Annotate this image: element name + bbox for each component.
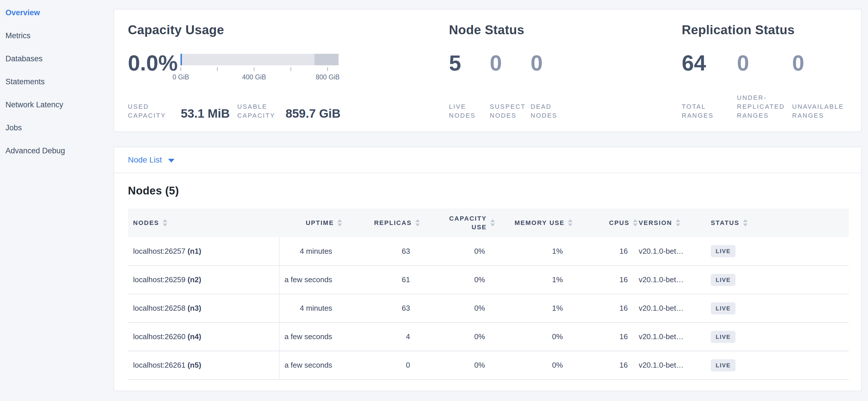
node-address[interactable]: localhost:26258 [133,304,185,312]
axis-label-0gib: 0 GiB [173,74,189,81]
status-badge: LIVE [711,302,736,314]
column-header-memory-use[interactable]: MEMORY USE [495,208,573,237]
sidebar-item-databases[interactable]: Databases [0,47,114,70]
column-header-version[interactable]: VERSION [638,208,710,237]
replicas-cell: 4 [342,322,420,351]
chevron-down-icon [168,159,175,163]
node-address[interactable]: localhost:26260 [133,332,185,341]
sort-icon [337,219,342,226]
table-row-n2[interactable]: localhost:26259 (n2) a few seconds 61 0%… [128,265,849,294]
table-row-n3[interactable]: localhost:26258 (n3) 4 minutes 63 0% 1% … [128,294,849,322]
usable-capacity-value: 859.7 GiB [285,107,340,120]
capacity-use-cell: 0% [420,351,495,379]
capacity-bar-reserved-segment [314,54,339,65]
nodes-table: NODES UPTIME REPLICAS CAPACITY USE MEMOR… [128,208,849,380]
status-badge: LIVE [711,245,736,257]
table-row-n4[interactable]: localhost:26260 (n4) a few seconds 4 0% … [128,322,849,351]
node-address[interactable]: localhost:26257 [133,247,185,255]
memory-use-cell: 1% [495,294,573,322]
capacity-usage-title: Capacity Usage [128,23,449,37]
uptime-cell: 4 minutes [279,294,342,322]
node-list-dropdown-label: Node List [128,155,162,165]
total-ranges-label: TOTAL RANGES [682,102,737,120]
sort-icon [743,219,748,226]
main-content: Capacity Usage 0.0% 0 GiB 40 [114,9,862,391]
axis-tick [217,67,218,71]
table-row-n1[interactable]: localhost:26257 (n1) 4 minutes 63 0% 1% … [128,237,849,265]
sidebar-item-jobs[interactable]: Jobs [0,116,114,139]
version-cell: v20.1.0-bet… [638,265,710,294]
under-replicated-ranges-count: 0 [737,52,792,75]
column-header-capacity-use[interactable]: CAPACITY USE [420,208,495,237]
capacity-use-cell: 0% [420,265,495,294]
sort-icon [568,219,572,226]
axis-tick [328,67,328,71]
replicas-cell: 63 [342,237,420,265]
used-capacity-marker [181,54,182,65]
node-id: (n1) [187,247,201,255]
cluster-summary-card: Capacity Usage 0.0% 0 GiB 40 [114,9,862,132]
axis-tick [181,67,181,71]
sort-icon [415,219,420,226]
sort-icon [163,219,167,226]
node-list-dropdown[interactable]: Node List [128,155,175,165]
table-header-row: NODES UPTIME REPLICAS CAPACITY USE MEMOR… [128,208,849,237]
used-capacity-value: 53.1 MiB [181,107,230,120]
column-header-replicas[interactable]: REPLICAS [342,208,420,237]
sidebar-item-network-latency[interactable]: Network Latency [0,93,114,116]
axis-tick [254,67,254,71]
column-header-uptime[interactable]: UPTIME [279,208,342,237]
version-cell: v20.1.0-bet… [638,322,710,351]
capacity-use-cell: 0% [420,237,495,265]
sidebar-item-advanced-debug[interactable]: Advanced Debug [0,139,114,162]
status-badge: LIVE [711,359,736,371]
sidebar-item-statements[interactable]: Statements [0,70,114,93]
node-address[interactable]: localhost:26259 [133,275,185,284]
sort-icon [633,219,638,226]
total-ranges-count: 64 [682,52,737,75]
cpus-cell: 16 [572,322,638,351]
used-capacity-label: USED CAPACITY [128,102,176,120]
node-list-card: Node List Nodes (5) NODES UPTIME REPLICA… [114,147,862,391]
live-nodes-count: 5 [449,52,490,75]
replication-status-section: Replication Status 64 0 0 TOTAL RANGES U… [682,23,847,120]
sort-icon [676,219,680,226]
status-badge: LIVE [711,331,736,343]
sidebar-item-overview[interactable]: Overview [0,1,114,24]
capacity-usage-section: Capacity Usage 0.0% 0 GiB 40 [128,23,449,120]
live-nodes-label: LIVE NODES [449,102,490,120]
suspect-nodes-label: SUSPECT NODES [490,102,531,120]
replicas-cell: 61 [342,265,420,294]
uptime-cell: a few seconds [279,322,342,351]
uptime-cell: a few seconds [279,351,342,379]
nodes-table-section: Nodes (5) NODES UPTIME REPLICAS CAPACITY… [114,173,861,380]
capacity-bar-chart: 0 GiB 400 GiB 800 GiB [181,54,339,83]
replicas-cell: 0 [342,351,420,379]
version-cell: v20.1.0-bet… [638,237,710,265]
axis-tick [290,67,291,71]
node-list-toolbar: Node List [114,147,861,173]
node-id: (n5) [187,361,201,369]
column-header-cpus[interactable]: CPUS [572,208,638,237]
axis-label-400gib: 400 GiB [242,74,266,81]
memory-use-cell: 1% [495,237,573,265]
capacity-use-cell: 0% [420,322,495,351]
cpus-cell: 16 [572,351,638,379]
dead-nodes-label: DEAD NODES [531,102,571,120]
capacity-used-percent: 0.0% [128,52,181,74]
unavailable-ranges-count: 0 [792,52,847,75]
capacity-bar [181,54,339,65]
table-row-n5[interactable]: localhost:26261 (n5) a few seconds 0 0% … [128,351,849,379]
column-header-status[interactable]: STATUS [710,208,849,237]
sidebar-item-metrics[interactable]: Metrics [0,24,114,47]
sidebar: Overview Metrics Databases Statements Ne… [0,1,114,162]
unavailable-ranges-label: UNAVAILABLE RANGES [792,102,847,120]
replication-status-title: Replication Status [682,23,847,37]
cpus-cell: 16 [572,294,638,322]
cpus-cell: 16 [572,237,638,265]
column-header-nodes[interactable]: NODES [128,208,279,237]
dead-nodes-count: 0 [531,52,571,75]
sort-icon [490,219,495,226]
node-address[interactable]: localhost:26261 [133,361,185,369]
node-id: (n4) [187,332,201,341]
